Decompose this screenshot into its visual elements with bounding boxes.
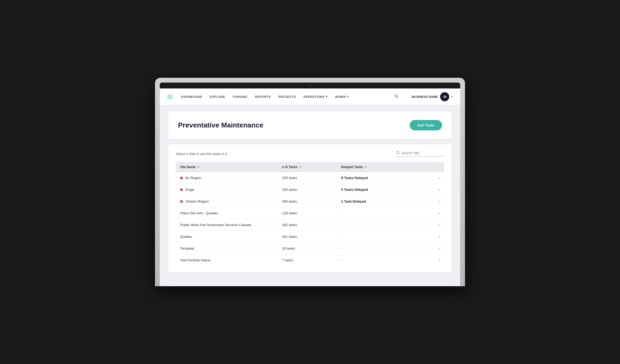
status-dot (180, 177, 183, 179)
chevron-right-icon: › (439, 258, 440, 262)
status-dot (180, 200, 183, 203)
delayed-tasks: 5 Tasks Delayed (337, 184, 417, 196)
sites-table: Site Name ▼ # of Tasks ▼ (176, 162, 444, 266)
row-arrow-icon[interactable]: › (417, 254, 444, 266)
chevron-right-icon: › (439, 235, 440, 239)
camera-dot (309, 85, 311, 87)
chevron-right-icon: › (439, 211, 440, 215)
row-arrow-icon[interactable]: › (417, 207, 444, 219)
main-content: Preventative Maintenance Add Tasks Selec… (160, 105, 460, 279)
nav-funding[interactable]: FUNDING (233, 95, 248, 98)
row-arrow-icon[interactable]: › (417, 219, 444, 231)
site-name-cell: Bc Region (180, 176, 274, 180)
task-count: 441 tasks (278, 231, 337, 243)
delayed-tasks: - (337, 254, 417, 266)
chevron-right-icon: › (439, 188, 440, 192)
task-count: 129 tasks (278, 207, 337, 219)
site-name: Place Des Arts - Quebec (180, 211, 218, 215)
table-toolbar: Select a Site to see the tasks in it (176, 151, 444, 157)
col-header-delayed[interactable]: Delayed Tasks ▼ (337, 162, 417, 172)
chevron-right-icon: › (439, 223, 440, 227)
svg-line-3 (399, 153, 400, 154)
sort-icon: ▼ (197, 166, 200, 168)
search-input[interactable] (401, 151, 444, 155)
chevron-down-icon: ▾ (347, 95, 349, 98)
site-name-cell: Test Portfolio Name (180, 258, 274, 262)
delayed-tasks: - (337, 207, 417, 219)
row-arrow-icon[interactable]: › (417, 196, 444, 207)
row-arrow-icon[interactable]: › (417, 172, 444, 184)
table-row[interactable]: Template 10 tasks-› (176, 243, 444, 254)
nav-admin[interactable]: ADMIN ▾ (335, 95, 349, 98)
table-subtitle: Select a Site to see the tasks in it (176, 152, 227, 156)
site-name-cell: Template (180, 246, 274, 250)
site-name: Bc Region (185, 176, 201, 180)
task-count: 10 tasks (278, 243, 337, 254)
row-arrow-icon[interactable]: › (417, 184, 444, 196)
row-arrow-icon[interactable]: › (417, 243, 444, 254)
laptop-screen: DASHBOARD EXPLORE FUNDING REPORTS PROJEC… (160, 83, 460, 286)
chevron-down-icon: ▾ (326, 95, 328, 98)
chevron-right-icon: › (439, 176, 440, 180)
site-name-cell: Quebec (180, 235, 274, 239)
col-header-site-name[interactable]: Site Name ▼ (176, 162, 278, 172)
task-count: 395 tasks (278, 196, 337, 207)
task-count: 192 tasks (278, 184, 337, 196)
delayed-tasks: - (337, 231, 417, 243)
task-count: 7 tasks (278, 254, 337, 266)
nav-explore[interactable]: EXPLORE (210, 95, 225, 98)
app-wrapper: DASHBOARD EXPLORE FUNDING REPORTS PROJEC… (160, 88, 460, 286)
laptop-frame: DASHBOARD EXPLORE FUNDING REPORTS PROJEC… (155, 78, 465, 286)
site-name-cell: Ontario Region (180, 199, 274, 203)
hamburger-menu[interactable] (167, 95, 173, 99)
site-name: Test Portfolio Name (180, 258, 210, 262)
nav-operations[interactable]: OPERATIONS ▾ (303, 95, 328, 98)
status-dot (180, 188, 183, 191)
chevron-right-icon: › (439, 246, 440, 250)
camera-notch (160, 83, 460, 88)
avatar: JB (440, 92, 449, 101)
site-name-cell: Public Work And Goverment Services Canad… (180, 223, 274, 227)
col-header-arrow (417, 162, 444, 172)
page-title: Preventative Maintenance (178, 121, 263, 129)
table-row[interactable]: Place Des Arts - Quebec 129 tasks-› (176, 207, 444, 219)
site-name: Public Work And Goverment Services Canad… (180, 223, 251, 227)
table-row[interactable]: Bc Region 203 tasks9 Tasks Delayed› (176, 172, 444, 184)
nav-projects[interactable]: PROJECTS (278, 95, 296, 98)
table-header-row: Site Name ▼ # of Tasks ▼ (176, 162, 444, 172)
nav-dashboard[interactable]: DASHBOARD (181, 95, 202, 98)
row-arrow-icon[interactable]: › (417, 231, 444, 243)
delayed-label: 9 Tasks Delayed (341, 176, 368, 180)
site-name-cell: Engie (180, 188, 274, 192)
sort-icon: ▼ (299, 166, 301, 168)
delayed-label: 1 Task Delayed (341, 199, 366, 203)
col-header-tasks[interactable]: # of Tasks ▼ (278, 162, 337, 172)
search-icon (396, 151, 400, 155)
site-name: Quebec (180, 235, 192, 239)
nav-right: BUSINESS NAME JB ▾ (394, 92, 453, 101)
table-card: Select a Site to see the tasks in it (168, 144, 452, 272)
table-row[interactable]: Test Portfolio Name 7 tasks-› (176, 254, 444, 266)
search-icon[interactable] (394, 94, 399, 99)
site-name: Template (180, 246, 194, 250)
business-selector[interactable]: BUSINESS NAME JB ▾ (412, 92, 453, 101)
task-count: 203 tasks (278, 172, 337, 184)
nav-reports[interactable]: REPORTS (255, 95, 271, 98)
business-name: BUSINESS NAME (412, 95, 438, 98)
nav-links: DASHBOARD EXPLORE FUNDING REPORTS PROJEC… (181, 95, 394, 98)
delayed-tasks: 1 Task Delayed (337, 196, 417, 207)
site-name-cell: Place Des Arts - Quebec (180, 211, 274, 215)
add-tasks-button[interactable]: Add Tasks (410, 120, 442, 130)
table-row[interactable]: Quebec 441 tasks-› (176, 231, 444, 243)
search-wrapper (396, 151, 444, 157)
table-row[interactable]: Engie 192 tasks5 Tasks Delayed› (176, 184, 444, 196)
nav-divider (405, 92, 405, 101)
table-row[interactable]: Public Work And Goverment Services Canad… (176, 219, 444, 231)
table-row[interactable]: Ontario Region 395 tasks1 Task Delayed› (176, 196, 444, 207)
svg-line-1 (397, 97, 398, 98)
delayed-tasks: 9 Tasks Delayed (337, 172, 417, 184)
site-name: Engie (185, 188, 194, 192)
delayed-tasks: - (337, 243, 417, 254)
chevron-down-icon: ▾ (451, 95, 453, 98)
delayed-tasks: - (337, 219, 417, 231)
